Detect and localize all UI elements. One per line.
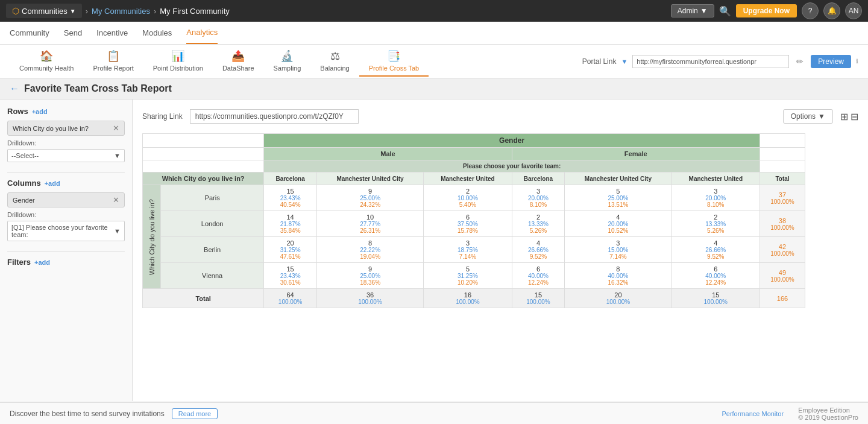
cell-vienna-mu-female: 6 40.00% 12.24%: [671, 263, 760, 289]
nav-balancing[interactable]: ⚖ Balancing: [310, 46, 359, 77]
portal-link-area: Portal Link ▼ ✏ Preview ℹ: [582, 55, 858, 68]
pct1: 100.00%: [516, 299, 561, 305]
main-layout: Rows +add Which City do you live in? ✕ D…: [0, 100, 868, 401]
search-button[interactable]: 🔍: [719, 5, 731, 17]
city-berlin: Berlin: [161, 237, 264, 263]
cell-london-barcelona-female: 2 13.33% 5.26%: [512, 211, 565, 237]
upgrade-button[interactable]: Upgrade Now: [736, 4, 797, 17]
pct2: 24.32%: [321, 201, 420, 208]
performance-monitor-link[interactable]: Performance Monitor: [722, 410, 784, 417]
balancing-icon: ⚖: [330, 49, 340, 63]
columns-add-link[interactable]: +add: [45, 180, 60, 187]
header-malefemale-row: Male Female: [143, 148, 805, 160]
community-health-icon: 🏠: [40, 49, 53, 63]
help-button[interactable]: ?: [802, 2, 819, 19]
portal-link-dropdown[interactable]: ▼: [621, 58, 627, 65]
nav-community[interactable]: Community: [10, 22, 49, 43]
cell-paris-barcelona-female: 3 20.00% 8.10%: [512, 185, 565, 211]
admin-dropdown[interactable]: Admin ▼: [671, 4, 714, 17]
export-pdf-button[interactable]: ⊟: [851, 111, 858, 122]
pct1: 25.00%: [568, 195, 667, 201]
pct2: 35.84%: [268, 227, 313, 234]
cell-london-mu-male: 6 37.50% 15.78%: [424, 211, 512, 237]
datashare-icon: 📤: [231, 49, 245, 63]
notification-button[interactable]: 🔔: [823, 2, 840, 19]
preview-info-icon: ℹ: [856, 58, 858, 65]
rows-tag-close[interactable]: ✕: [113, 124, 119, 133]
header-team-row: Please choose your favorite team:: [143, 160, 805, 172]
filters-add-link[interactable]: +add: [34, 259, 50, 266]
pct1: 100.00%: [321, 299, 420, 305]
nav-analytics[interactable]: Analytics: [186, 22, 218, 44]
profile-cross-tab-label: Profile Cross Tab: [369, 65, 420, 72]
copyright-text: Employee Edition© 2019 QuestionPro: [798, 407, 858, 421]
read-more-button[interactable]: Read more: [172, 408, 218, 419]
cell-paris-mu-female: 3 20.00% 8.10%: [671, 185, 760, 211]
community-health-label: Community Health: [19, 65, 74, 72]
back-button[interactable]: ←: [10, 83, 19, 94]
count: 6: [676, 265, 756, 273]
preview-button[interactable]: Preview: [811, 55, 851, 68]
columns-drilldown-text: [Q1] Please choose your favorite team:: [11, 224, 114, 238]
row-question-header: Which City do you live in?: [143, 172, 264, 185]
pct2: 16.32%: [568, 279, 667, 286]
count: 3: [516, 188, 561, 195]
rows-label: Rows: [7, 107, 28, 116]
nav-profile-report[interactable]: 📋 Profile Report: [83, 46, 143, 77]
pct2: 8.10%: [676, 201, 756, 208]
user-avatar[interactable]: AN: [845, 2, 862, 19]
pct1: 15.00%: [568, 247, 667, 253]
pct2: 10.52%: [568, 227, 667, 234]
export-excel-button[interactable]: ⊞: [840, 111, 848, 122]
rows-add-link[interactable]: +add: [32, 108, 48, 115]
nav-profile-cross-tab[interactable]: 📑 Profile Cross Tab: [359, 46, 429, 77]
cell-london-muc-female: 4 20.00% 10.52%: [565, 211, 671, 237]
columns-drilldown-select[interactable]: [Q1] Please choose your favorite team: ▼: [7, 221, 125, 241]
portal-link-label: Portal Link: [582, 57, 617, 66]
count: 10: [321, 214, 420, 221]
nav-send[interactable]: Send: [64, 22, 82, 43]
columns-drilldown-label: Drilldown:: [7, 211, 125, 218]
table-row: Which City do you live in? Paris 15 23.4…: [143, 185, 805, 211]
communities-dropdown[interactable]: ⬡ Communities ▼: [6, 4, 82, 18]
nav-modules[interactable]: Modules: [142, 22, 172, 43]
sharing-link-input[interactable]: [190, 109, 359, 124]
nav-point-distribution[interactable]: 📊 Point Distribution: [143, 46, 213, 77]
table-row: Vienna 15 23.43% 30.61% 9 25.00% 18.36%: [143, 263, 805, 289]
nav-datashare[interactable]: 📤 DataShare: [213, 46, 264, 77]
sharing-link-label: Sharing Link: [142, 112, 183, 121]
total-count: 166: [764, 295, 801, 302]
export-buttons: ⊞ ⊟: [840, 111, 858, 122]
nav-sampling[interactable]: 🔬 Sampling: [264, 46, 311, 77]
pct2: 12.24%: [676, 279, 756, 286]
rows-drilldown-select[interactable]: --Select-- ▼: [7, 149, 125, 162]
secondary-nav: Community Send Incentive Modules Analyti…: [0, 22, 868, 45]
portal-link-input[interactable]: [632, 55, 789, 68]
breadcrumb-separator2: ›: [154, 7, 156, 16]
nav-community-health[interactable]: 🏠 Community Health: [10, 46, 83, 77]
col-manchesterunited-male: Manchester United: [424, 172, 512, 185]
edit-link-button[interactable]: ✏: [794, 57, 806, 66]
top-bar-left: ⬡ Communities ▼ › My Communities › My Fi…: [6, 4, 230, 18]
count: 15: [268, 265, 313, 273]
header-gender-row: Gender: [143, 134, 805, 148]
total-pct: 100.00%: [764, 198, 801, 205]
breadcrumb-my-communities[interactable]: My Communities: [92, 7, 150, 16]
pct2: 8.10%: [516, 201, 561, 208]
options-button[interactable]: Options ▼: [783, 109, 833, 124]
count: 16: [427, 291, 508, 299]
cell-vienna-barcelona-female: 6 40.00% 12.24%: [512, 263, 565, 289]
columns-tag-close[interactable]: ✕: [113, 195, 119, 204]
nav-incentive[interactable]: Incentive: [96, 22, 128, 43]
pct2: 13.51%: [568, 201, 667, 208]
select-placeholder: --Select--: [11, 152, 39, 159]
rows-tag: Which City do you live in? ✕: [7, 121, 125, 136]
pct1: 25.00%: [321, 273, 420, 279]
pct2: 30.61%: [268, 279, 313, 286]
pct2: 9.52%: [676, 253, 756, 260]
header-cities-row: Which City do you live in? Barcelona Man…: [143, 172, 805, 185]
options-label: Options: [791, 112, 816, 121]
footer-right: Performance Monitor Employee Edition© 20…: [722, 407, 858, 421]
empty-header3: [143, 160, 264, 172]
count: 8: [568, 265, 667, 273]
